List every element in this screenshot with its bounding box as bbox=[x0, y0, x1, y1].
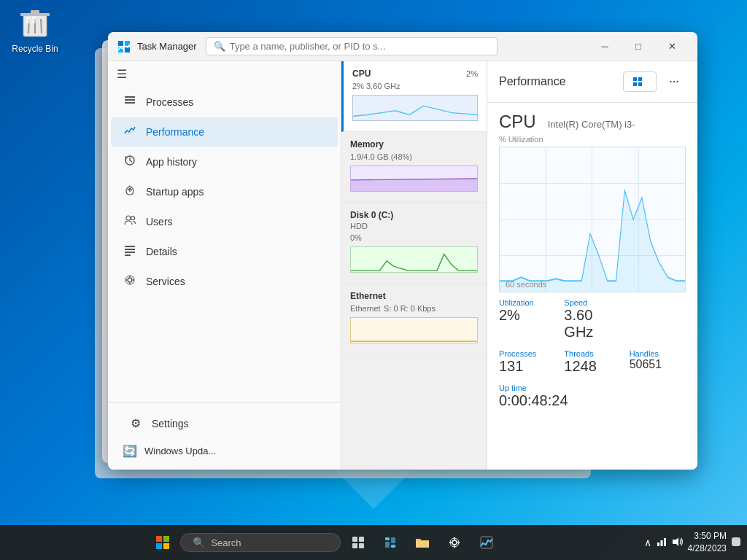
svg-rect-34 bbox=[638, 82, 642, 86]
run-task-icon bbox=[632, 77, 643, 87]
sidebar-item-app-history[interactable]: App history bbox=[111, 147, 338, 176]
sidebar-item-startup-apps[interactable]: Startup apps bbox=[111, 177, 338, 206]
tm-search-input[interactable] bbox=[230, 41, 489, 52]
gear-icon bbox=[448, 536, 461, 549]
sidebar-item-details[interactable]: Details bbox=[111, 237, 338, 266]
notification-center-button[interactable] bbox=[731, 537, 741, 549]
desktop: Recycle Bin Find Install Cancel bbox=[0, 0, 747, 560]
resource-item-disk[interactable]: Disk 0 (C:) HDD 0% bbox=[341, 203, 487, 284]
svg-rect-48 bbox=[391, 537, 395, 543]
stat-threads: Threads 1248 bbox=[564, 349, 620, 375]
task-view-button[interactable] bbox=[344, 528, 373, 557]
cpu-detail-panel: CPU Intel(R) Core(TM) i3- % Utilization bbox=[487, 103, 697, 470]
svg-point-24 bbox=[128, 278, 132, 282]
svg-marker-60 bbox=[673, 537, 678, 546]
cpu-resource-sub: 2% 3.60 GHz bbox=[352, 82, 400, 90]
recycle-bin[interactable]: Recycle Bin bbox=[6, 6, 64, 54]
stat-utilization: Utilization 2% bbox=[499, 298, 555, 341]
performance-icon bbox=[123, 125, 137, 139]
cpu-big-label: CPU bbox=[499, 112, 536, 132]
settings-icon: ⚙ bbox=[128, 416, 143, 430]
svg-rect-58 bbox=[660, 540, 662, 546]
utilization-label: Utilization bbox=[499, 298, 555, 307]
svg-rect-22 bbox=[125, 252, 135, 253]
svg-rect-43 bbox=[359, 537, 364, 542]
windows-update-icon: 🔄 bbox=[123, 444, 137, 458]
widgets-button[interactable] bbox=[376, 528, 405, 557]
clock-date: 4/28/2023 bbox=[688, 542, 727, 555]
sidebar-item-settings[interactable]: ⚙ Settings bbox=[117, 409, 332, 438]
svg-marker-41 bbox=[500, 190, 685, 292]
tm-performance-content: CPU 2% 2% 3.60 GHz Memory bbox=[341, 61, 697, 470]
hamburger-icon: ☰ bbox=[117, 67, 127, 81]
svg-rect-31 bbox=[633, 77, 637, 81]
cpu-resource-value: 2% bbox=[466, 69, 478, 78]
resource-item-memory[interactable]: Memory 1.9/4.0 GB (48%) bbox=[341, 132, 487, 203]
svg-rect-49 bbox=[391, 545, 395, 548]
clock-time: 3:50 PM bbox=[688, 530, 727, 542]
svg-rect-2 bbox=[31, 10, 39, 14]
handles-label: Handles bbox=[630, 349, 686, 358]
svg-rect-23 bbox=[125, 254, 131, 256]
svg-rect-20 bbox=[125, 246, 135, 247]
processes-label: Processes bbox=[499, 349, 555, 358]
win-logo-cell-1 bbox=[156, 536, 162, 542]
sidebar-item-users[interactable]: Users bbox=[111, 207, 338, 236]
cpu-resource-name: CPU bbox=[352, 69, 371, 79]
cpu-stats-grid: Utilization 2% Speed 3.60 GHz Processes … bbox=[499, 298, 686, 409]
threads-value: 1248 bbox=[564, 358, 620, 375]
perf-panel-title: Performance bbox=[499, 75, 566, 88]
resource-item-ethernet[interactable]: Ethernet Ethernet S: 0 R: 0 Kbps bbox=[341, 284, 487, 354]
svg-rect-57 bbox=[657, 542, 659, 546]
svg-line-5 bbox=[41, 19, 42, 34]
more-options-button[interactable]: ··· bbox=[662, 70, 686, 93]
minimize-button[interactable]: ─ bbox=[588, 35, 622, 58]
processes-icon bbox=[123, 95, 137, 109]
utilization-chart-label: % Utilization bbox=[499, 135, 686, 144]
start-button[interactable] bbox=[148, 528, 177, 557]
system-clock[interactable]: 3:50 PM 4/28/2023 bbox=[688, 530, 727, 555]
file-explorer-button[interactable] bbox=[408, 528, 437, 557]
svg-rect-59 bbox=[664, 538, 666, 546]
svg-rect-14 bbox=[125, 99, 135, 101]
tray-show-hidden-button[interactable]: ∧ bbox=[644, 537, 651, 548]
volume-icon bbox=[672, 537, 684, 547]
maximize-button[interactable]: □ bbox=[622, 35, 655, 58]
memory-resource-sub: 1.9/4.0 GB (48%) bbox=[350, 152, 412, 161]
tm-search-bar[interactable]: 🔍 bbox=[206, 37, 498, 55]
svg-rect-15 bbox=[125, 102, 135, 104]
window-controls: ─ □ ✕ bbox=[588, 35, 689, 58]
stat-processes: Processes 131 bbox=[499, 349, 555, 375]
svg-rect-45 bbox=[359, 543, 364, 548]
sidebar-item-processes[interactable]: Processes bbox=[111, 88, 338, 117]
sidebar-item-performance[interactable]: Performance bbox=[111, 117, 338, 147]
close-button[interactable]: ✕ bbox=[655, 35, 689, 58]
disk-resource-name: Disk 0 (C:) bbox=[350, 210, 393, 220]
taskbar-search-label: Search bbox=[211, 537, 241, 548]
windows-update-item[interactable]: 🔄 Windows Upda... bbox=[114, 438, 335, 464]
threads-label: Threads bbox=[564, 349, 620, 358]
sidebar-toggle[interactable]: ☰ bbox=[108, 61, 341, 87]
cpu-header-row: CPU Intel(R) Core(TM) i3- bbox=[499, 112, 686, 132]
taskbar: 🔍 Search bbox=[0, 525, 747, 560]
volume-tray-icon[interactable] bbox=[672, 537, 684, 549]
system-tray: ∧ 3:50 PM 4/28/2023 bbox=[644, 530, 741, 555]
resource-item-cpu[interactable]: CPU 2% 2% 3.60 GHz bbox=[341, 61, 487, 132]
tm-sidebar: ☰ Processes Performance bbox=[108, 61, 341, 470]
handles-value: 50651 bbox=[630, 358, 686, 371]
svg-rect-12 bbox=[125, 47, 130, 52]
utilization-value: 2% bbox=[499, 307, 555, 324]
settings-taskbar-button[interactable] bbox=[440, 528, 469, 557]
run-new-task-button[interactable] bbox=[623, 71, 657, 92]
network-tray-icon[interactable] bbox=[656, 537, 667, 549]
sidebar-item-services[interactable]: Services bbox=[111, 267, 338, 296]
svg-point-50 bbox=[452, 540, 457, 545]
graph-time-label: 60 seconds bbox=[506, 280, 546, 289]
uptime-value: 0:00:48:24 bbox=[499, 392, 686, 409]
sidebar-processes-label: Processes bbox=[146, 96, 193, 108]
svg-rect-13 bbox=[125, 96, 135, 98]
task-manager-taskbar-button[interactable] bbox=[472, 528, 501, 557]
taskbar-search[interactable]: 🔍 Search bbox=[180, 533, 341, 552]
perf-main: Performance ··· CPU Intel(R) Cor bbox=[487, 61, 697, 470]
perf-actions: ··· bbox=[623, 70, 686, 93]
